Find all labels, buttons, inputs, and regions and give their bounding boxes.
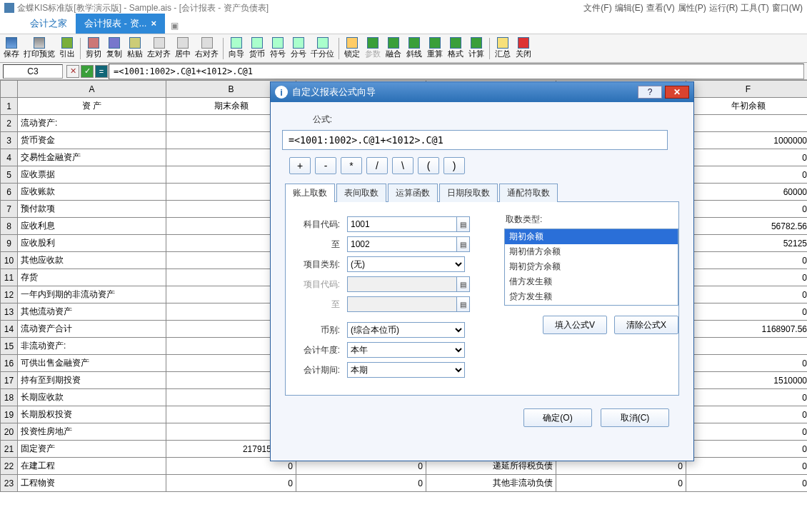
currency-select[interactable]: (综合本位币) (347, 322, 465, 338)
op-)-button[interactable]: ) (443, 157, 465, 174)
cell[interactable]: 1510000 (686, 372, 808, 389)
row-header[interactable]: 21 (1, 441, 18, 458)
cell[interactable]: 0 (686, 355, 808, 372)
cell[interactable]: 一年内到期的非流动资产 (18, 286, 166, 303)
cell[interactable]: 0 (686, 406, 808, 423)
menu-item[interactable]: 编辑(E) (615, 2, 643, 14)
cell[interactable]: 0 (686, 286, 808, 303)
row-header[interactable]: 9 (1, 235, 18, 252)
toolbar-参数[interactable]: 参数 (363, 36, 383, 61)
menu-item[interactable]: 文件(F) (583, 2, 611, 14)
cell[interactable]: 流动资产合计 (18, 321, 166, 338)
list-item[interactable]: 期初贷方余额 (505, 259, 678, 274)
toolbar-斜线[interactable]: 斜线 (404, 36, 424, 61)
project-to-picker[interactable]: ▤ (457, 296, 470, 312)
year-select[interactable]: 本年 (347, 342, 465, 358)
op-(-button[interactable]: ( (418, 157, 439, 174)
list-item[interactable]: 贷方发生额 (505, 289, 678, 304)
list-item[interactable]: 借方发生额 (505, 274, 678, 289)
doc-tab[interactable]: 会计之家 (21, 14, 76, 34)
cell[interactable]: 存货 (18, 269, 166, 286)
inner-tab[interactable]: 运算函数 (388, 184, 438, 202)
cell[interactable]: 0 (686, 201, 808, 218)
cell[interactable]: 非流动资产: (18, 338, 166, 355)
toolbar-引出[interactable]: 引出 (57, 36, 77, 61)
subject-to-picker[interactable]: ▤ (457, 236, 470, 252)
dialog-formula-input[interactable] (282, 130, 668, 150)
cell[interactable]: 流动资产: (18, 115, 166, 132)
cell[interactable]: 0 (686, 475, 808, 492)
close-icon[interactable]: × (151, 18, 156, 29)
dialog-close-button[interactable]: ✕ (665, 86, 689, 99)
toolbar-粘贴[interactable]: 粘贴 (125, 36, 145, 61)
toolbar-锁定[interactable]: 锁定 (342, 36, 362, 61)
toolbar-右对齐[interactable]: 右对齐 (194, 36, 220, 61)
row-header[interactable]: 17 (1, 372, 18, 389)
toolbar-计算[interactable]: 计算 (466, 36, 486, 61)
op-+-button[interactable]: + (289, 157, 311, 174)
cell[interactable]: 其他流动资产 (18, 303, 166, 321)
clear-formula-button[interactable]: 清除公式X (614, 316, 678, 334)
toolbar-左对齐[interactable]: 左对齐 (146, 36, 172, 61)
toolbar-符号[interactable]: 符号 (268, 36, 288, 61)
cell[interactable]: 年初余额 (686, 98, 808, 115)
dialog-help-button[interactable]: ? (638, 86, 662, 99)
op-*-button[interactable]: * (341, 157, 362, 174)
cell[interactable]: 应收账款 (18, 184, 166, 201)
row-header[interactable]: 5 (1, 166, 18, 184)
cell[interactable]: 持有至到期投资 (18, 372, 166, 389)
inner-tab[interactable]: 账上取数 (285, 184, 335, 202)
cell[interactable]: 0 (296, 475, 426, 492)
menu-item[interactable]: 查看(V) (646, 2, 675, 14)
row-header[interactable]: 1 (1, 98, 18, 115)
toolbar-关闭[interactable]: 关闭 (513, 36, 533, 61)
cell[interactable]: 可供出售金融资产 (18, 355, 166, 372)
cell[interactable]: 0 (166, 475, 296, 492)
cell-reference-input[interactable] (3, 64, 63, 79)
row-header[interactable]: 8 (1, 218, 18, 235)
toolbar-千分位[interactable]: 千分位 (309, 36, 336, 61)
cell[interactable]: 货币资金 (18, 132, 166, 149)
formula-equals-button[interactable]: = (95, 65, 108, 78)
formula-input[interactable]: =<1001:1002>.C@1+<1012>.C@1 (109, 64, 804, 79)
menu-item[interactable]: 运行(R) (709, 2, 738, 14)
inner-tab[interactable]: 日期段取数 (439, 184, 498, 202)
cell[interactable]: 投资性房地产 (18, 423, 166, 441)
cell[interactable]: 应收票据 (18, 166, 166, 184)
toolbar-复制[interactable]: 复制 (104, 36, 124, 61)
cell[interactable]: 56782.56 (686, 218, 808, 235)
cell[interactable]: 0 (686, 166, 808, 184)
cell[interactable]: 0 (686, 458, 808, 475)
cell[interactable]: 0 (686, 441, 808, 458)
toolbar-剪切[interactable]: 剪切 (84, 36, 104, 61)
row-header[interactable]: 2 (1, 115, 18, 132)
project-type-select[interactable]: (无) (347, 256, 465, 272)
doc-tab[interactable]: 会计报表 - 资...× (76, 14, 165, 34)
inner-tab[interactable]: 通配符取数 (499, 184, 558, 202)
cancel-button[interactable]: 取消(C) (601, 408, 669, 427)
toolbar-打印预览[interactable]: 打印预览 (22, 36, 56, 61)
toolbar-货币[interactable]: 货币 (247, 36, 267, 61)
cell[interactable]: 0 (556, 475, 686, 492)
row-header[interactable]: 16 (1, 355, 18, 372)
fill-formula-button[interactable]: 填入公式V (543, 316, 607, 334)
cell[interactable]: 1000000 (686, 132, 808, 149)
cell[interactable]: 其他非流动负债 (426, 475, 556, 492)
cell[interactable]: 0 (686, 303, 808, 321)
ok-button[interactable]: 确定(O) (523, 408, 592, 427)
toolbar-格式[interactable]: 格式 (446, 36, 466, 61)
cell[interactable]: 0 (686, 252, 808, 269)
cell[interactable]: 应收股利 (18, 235, 166, 252)
row-header[interactable]: 20 (1, 423, 18, 441)
cell[interactable]: 资 产 (18, 98, 166, 115)
cell[interactable]: 其他应收款 (18, 252, 166, 269)
subject-to-input[interactable] (347, 236, 457, 252)
dialog-titlebar[interactable]: i 自定义报表公式向导 ? ✕ (271, 82, 693, 102)
row-header[interactable]: 10 (1, 252, 18, 269)
toolbar-汇总[interactable]: 汇总 (493, 36, 513, 61)
cell[interactable]: 0 (686, 423, 808, 441)
period-select[interactable]: 本期 (347, 362, 465, 378)
toolbar-分号[interactable]: 分号 (289, 36, 309, 61)
menu-item[interactable]: 窗口(W) (772, 2, 803, 14)
col-header[interactable]: A (18, 81, 166, 98)
